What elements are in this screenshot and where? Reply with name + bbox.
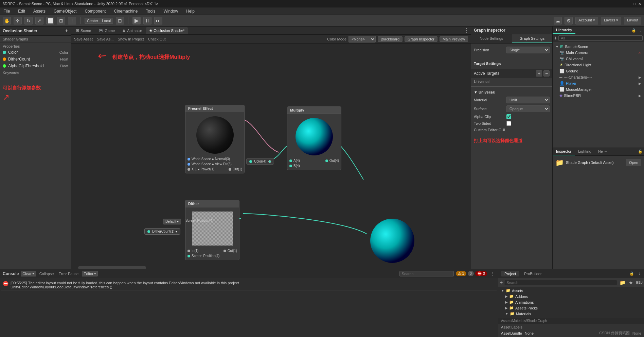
project-tab[interactable]: Project <box>501 271 519 276</box>
multiply-b-port[interactable]: B(4) <box>287 163 341 168</box>
dither-node[interactable]: Dither In(1) Out(1) Screen Position(4) <box>185 200 239 260</box>
rotate-tool-btn[interactable]: ↻ <box>24 17 33 24</box>
fresnel-power-port[interactable]: X 1 ● Power(1) Out(1) <box>185 167 244 172</box>
step-btn[interactable]: ⏭ <box>154 17 162 24</box>
project-search-input[interactable] <box>504 280 617 285</box>
menu-gameobject[interactable]: GameObject <box>52 8 78 14</box>
fresnel-normal-port[interactable]: World Space ● Normal(3) <box>185 156 244 162</box>
scale-tool-btn[interactable]: ⤢ <box>35 17 43 24</box>
main-preview-btn[interactable]: Main Preview <box>440 36 468 42</box>
console-overflow-btn[interactable]: ⋮ <box>490 271 495 276</box>
tab-occlusion-shader[interactable]: ◈ Occlusion Shader* <box>146 27 188 34</box>
check-out-btn[interactable]: Check Out <box>148 37 166 41</box>
error-pause-btn[interactable]: Error Pause <box>57 271 80 276</box>
precision-select[interactable]: Single Half <box>506 47 550 53</box>
hierarchy-search-input[interactable] <box>558 35 643 41</box>
surface-select[interactable]: Opaque Transparent <box>506 105 550 112</box>
save-asset-btn[interactable]: Save Asset <box>74 37 93 41</box>
tab-graph-settings[interactable]: Graph Settings <box>512 34 553 43</box>
maximize-btn[interactable]: □ <box>633 2 636 6</box>
project-folder-btn[interactable]: 📁 <box>619 280 626 286</box>
project-lock-btn[interactable]: 🔒 <box>629 271 634 276</box>
extra-btn[interactable]: ⊡ <box>116 17 124 24</box>
shader-graph-canvas[interactable]: 创建节点，拖动out选择Multiply ↘ Fresnel Effect <box>71 44 471 269</box>
menu-file[interactable]: File <box>1 8 12 14</box>
tab-scene[interactable]: ⊞ Scene <box>73 27 94 34</box>
h-scrollbar[interactable] <box>71 266 471 269</box>
alpha-clip-checkbox[interactable] <box>506 114 511 119</box>
menu-help[interactable]: Help <box>184 8 197 14</box>
navigation-tab[interactable]: Ne ← <box>595 148 611 155</box>
collab-icon[interactable]: ☁ <box>554 17 562 24</box>
inspector-lock-btn[interactable]: 🔒 <box>637 148 644 155</box>
fresnel-viewdir-port[interactable]: World Space ● View Dir(3) <box>185 162 244 167</box>
rect-tool-btn[interactable]: ⬜ <box>46 17 54 24</box>
hierarchy-characters[interactable]: ─ ----Characters---- ▶ <box>554 74 643 80</box>
property-color[interactable]: Color Color <box>0 49 71 56</box>
multiply-node[interactable]: Multiply A(4) Out(4) B(4) <box>287 106 341 170</box>
tab-overflow-btn[interactable]: ⋮ <box>464 27 469 34</box>
hierarchy-overflow-btn[interactable]: ⋮ <box>638 27 644 34</box>
add-target-btn[interactable]: + <box>536 70 542 77</box>
inspector-tab[interactable]: Inspector <box>553 148 575 155</box>
hierarchy-mouse-manager[interactable]: ⬜ MouseManager <box>554 86 643 92</box>
layers-btn[interactable]: Layers ▾ <box>601 17 621 24</box>
h-scrollbar-thumb[interactable] <box>78 266 146 269</box>
menu-component[interactable]: Component <box>83 8 108 14</box>
hierarchy-main-camera[interactable]: 📷 Main Camera ⚠ <box>554 50 643 56</box>
project-overflow-btn[interactable]: ⋮ <box>638 271 641 276</box>
fresnel-effect-node[interactable]: Fresnel Effect World Space ● Normal(3) W… <box>185 105 245 173</box>
hierarchy-tab[interactable]: Hierarchy <box>553 27 575 34</box>
collapse-btn[interactable]: Collapse <box>38 271 55 276</box>
menu-edit[interactable]: Edit <box>16 8 27 14</box>
lighting-tab[interactable]: Lighting <box>575 148 595 155</box>
move-tool-btn[interactable]: ✛ <box>14 17 22 24</box>
open-asset-btn[interactable]: Open <box>626 159 641 166</box>
tab-node-settings[interactable]: Node Settings <box>471 34 512 43</box>
close-btn[interactable]: ✕ <box>638 2 641 6</box>
dithercount-node[interactable]: DitherCount(1) ● <box>144 228 180 235</box>
hierarchy-ground[interactable]: ⬜ Ground <box>554 68 643 74</box>
assets-folder[interactable]: ▼ 📁 Assets <box>498 288 644 293</box>
menu-tools[interactable]: Tools <box>144 8 158 14</box>
console-search[interactable] <box>399 271 454 276</box>
probuilder-tab[interactable]: ProBuilder <box>521 271 545 276</box>
add-property-btn[interactable]: + <box>65 28 68 34</box>
center-local-toggle[interactable]: Center | Local <box>85 18 113 24</box>
account-btn[interactable]: Account ▾ <box>575 17 598 24</box>
play-btn[interactable]: ▶ <box>132 17 141 24</box>
hierarchy-vcam1[interactable]: 📷 CM vcam1 <box>554 56 643 62</box>
default-node[interactable]: Default ▾ <box>163 219 181 224</box>
materials-folder[interactable]: ▼ 📁 Materials <box>498 311 644 317</box>
tab-game[interactable]: 🎮 Game <box>95 27 118 34</box>
save-as-btn[interactable]: Save As... <box>97 37 114 41</box>
color-node[interactable]: Color(4) <box>246 158 274 165</box>
settings-icon[interactable]: ⚙ <box>565 17 573 24</box>
dither-in-port[interactable]: In(1) Out(1) <box>185 248 239 253</box>
material-select[interactable]: Unlit Lit <box>506 97 550 103</box>
custom-tool-btn[interactable]: ⁞ <box>68 17 76 24</box>
dither-screenpos-port[interactable]: Screen Position(4) <box>185 253 239 258</box>
animations-folder[interactable]: ▶ 📁 Animations <box>498 299 644 305</box>
color-mode-select[interactable]: <None> <box>348 36 376 43</box>
two-sided-checkbox[interactable] <box>506 121 511 126</box>
pause-btn[interactable]: ⏸ <box>143 17 151 24</box>
blackboard-btn[interactable]: Blackboard <box>378 36 402 42</box>
property-alphaclip[interactable]: AlphaClipThreshold Float <box>0 63 71 69</box>
transform-tool-btn[interactable]: ⊞ <box>57 17 65 24</box>
clear-dropdown-btn[interactable]: Clear ▾ <box>21 271 36 276</box>
assets-packs-folder[interactable]: ▶ 📁 Assets Packs <box>498 305 644 311</box>
hierarchy-lock-btn[interactable]: 🔒 <box>630 27 638 34</box>
layout-btn[interactable]: Layout <box>624 17 641 24</box>
addons-folder[interactable]: ▶ 📁 Addons <box>498 293 644 299</box>
editor-dropdown-btn[interactable]: Editor ▾ <box>82 271 98 276</box>
minimize-btn[interactable]: ─ <box>628 2 631 6</box>
graph-inspector-btn[interactable]: Graph Inspector <box>405 36 437 42</box>
hierarchy-directional-light[interactable]: ☀ Directional Light <box>554 62 643 68</box>
console-entry-0[interactable]: ⛔ [00:55:25] The editor layout could not… <box>1 280 497 291</box>
menu-assets[interactable]: Assets <box>31 8 48 14</box>
menu-cinemachine[interactable]: Cinemachine <box>112 8 140 14</box>
tab-animator[interactable]: ♟ Animator <box>119 27 145 34</box>
multiply-a-port[interactable]: A(4) Out(4) <box>287 158 341 163</box>
show-in-project-btn[interactable]: Show In Project <box>118 37 144 41</box>
